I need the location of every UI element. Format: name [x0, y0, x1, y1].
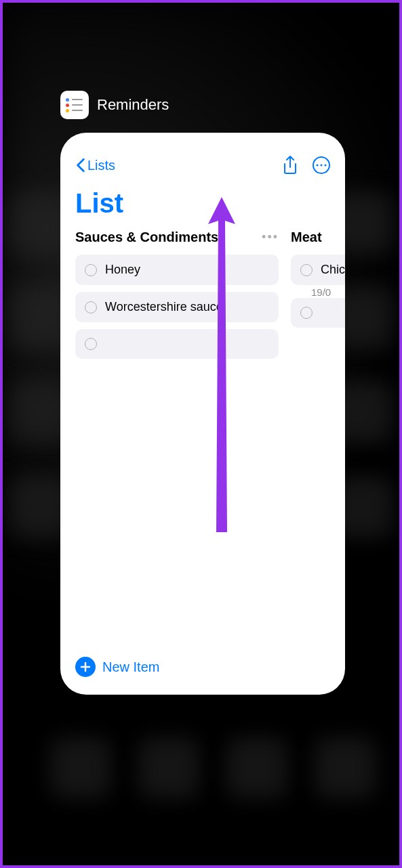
- reminders-app-icon: [60, 91, 89, 119]
- column-menu-button[interactable]: •••: [262, 230, 279, 244]
- app-switcher-card[interactable]: Reminders Lists List Sauces & Condiments: [60, 91, 345, 695]
- column-header: Sauces & Condiments •••: [75, 230, 279, 245]
- svg-point-1: [317, 165, 319, 167]
- reminder-item[interactable]: Worcestershire sauce: [75, 292, 279, 322]
- checkbox-icon[interactable]: [85, 301, 97, 313]
- reminder-text: Honey: [105, 263, 140, 277]
- checkbox-icon[interactable]: [300, 264, 313, 276]
- more-options-button[interactable]: [313, 156, 330, 174]
- reminder-item-empty[interactable]: [75, 329, 279, 359]
- column-title: Sauces & Condiments: [75, 230, 218, 245]
- back-button[interactable]: Lists: [75, 158, 115, 173]
- column-header: Meat: [291, 230, 345, 245]
- reminder-item[interactable]: Chic: [291, 255, 345, 285]
- column-sauces: Sauces & Condiments ••• Honey Worcesters…: [75, 230, 279, 366]
- chevron-left-icon: [75, 158, 86, 173]
- app-name-label: Reminders: [97, 96, 169, 114]
- back-label: Lists: [87, 158, 115, 173]
- new-item-button[interactable]: New Item: [75, 657, 159, 677]
- column-meat: Meat Chic 19/0: [291, 230, 345, 366]
- reminder-item-empty[interactable]: [291, 298, 345, 328]
- kanban-columns[interactable]: Sauces & Condiments ••• Honey Worcesters…: [60, 230, 345, 366]
- plus-circle-icon: [75, 657, 96, 677]
- share-icon: [283, 156, 298, 175]
- reminder-text: Worcestershire sauce: [105, 300, 223, 314]
- reminder-item[interactable]: Honey: [75, 255, 279, 285]
- reminder-due-date: 19/0: [311, 286, 345, 298]
- svg-point-3: [325, 165, 327, 167]
- share-button[interactable]: [283, 156, 298, 175]
- app-header: Reminders: [60, 91, 345, 119]
- navigation-bar: Lists: [60, 146, 345, 180]
- new-item-label: New Item: [102, 659, 159, 675]
- checkbox-icon[interactable]: [85, 264, 97, 276]
- svg-point-2: [321, 165, 323, 167]
- reminder-text: Chic: [321, 263, 345, 277]
- page-title: List: [60, 180, 345, 230]
- app-window[interactable]: Lists List Sauces & Condiments •••: [60, 133, 345, 695]
- column-title: Meat: [291, 230, 322, 245]
- checkbox-icon[interactable]: [300, 307, 313, 319]
- ellipsis-circle-icon: [313, 156, 330, 174]
- checkbox-icon[interactable]: [85, 338, 97, 350]
